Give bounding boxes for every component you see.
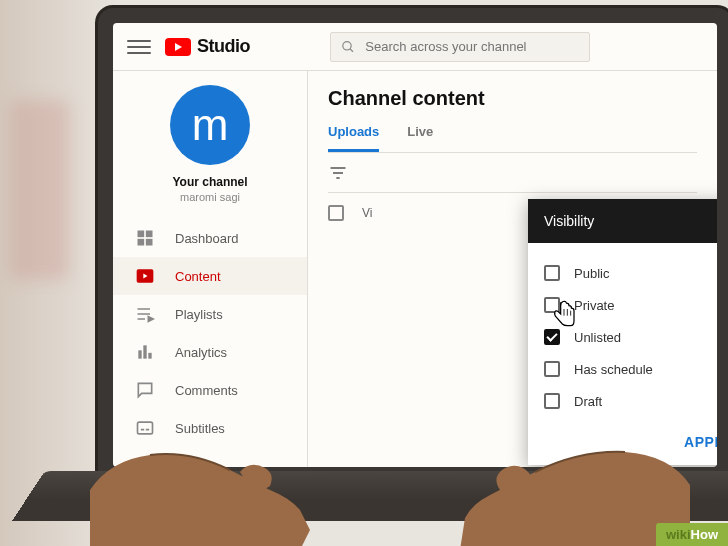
option-label: Unlisted — [574, 330, 621, 345]
cursor-pointer-icon — [550, 299, 578, 329]
checkbox-checked[interactable] — [544, 329, 560, 345]
svg-line-1 — [350, 48, 353, 51]
svg-rect-5 — [146, 239, 153, 246]
sidebar-item-label: Dashboard — [175, 231, 239, 246]
column-video: Vi — [362, 206, 372, 220]
close-icon[interactable] — [716, 212, 717, 230]
svg-marker-11 — [148, 317, 153, 322]
sidebar-item-analytics[interactable]: Analytics — [113, 333, 307, 371]
page-title: Channel content — [328, 87, 697, 110]
option-has-schedule[interactable]: Has schedule — [544, 353, 717, 385]
popover-title: Visibility — [544, 213, 594, 229]
sidebar-item-content[interactable]: Content — [113, 257, 307, 295]
sidebar-item-dashboard[interactable]: Dashboard — [113, 219, 307, 257]
your-channel-label: Your channel — [172, 175, 247, 189]
option-public[interactable]: Public — [544, 257, 717, 289]
sidebar-item-label: Playlists — [175, 307, 223, 322]
search-input[interactable] — [365, 39, 579, 54]
filter-icon[interactable] — [328, 163, 348, 183]
svg-rect-2 — [138, 231, 145, 238]
svg-rect-3 — [146, 231, 153, 238]
header: Studio — [113, 23, 717, 71]
hand-illustration — [90, 400, 330, 546]
sidebar-item-label: Comments — [175, 383, 238, 398]
option-label: Private — [574, 298, 614, 313]
hand-illustration — [430, 400, 690, 546]
svg-rect-13 — [143, 345, 146, 358]
tabs: Uploads Live — [328, 124, 697, 153]
channel-avatar[interactable]: m — [170, 85, 250, 165]
wikihow-watermark: wikiHow — [656, 523, 728, 546]
tab-uploads[interactable]: Uploads — [328, 124, 379, 152]
search-box[interactable] — [330, 32, 590, 62]
hamburger-menu-icon[interactable] — [127, 35, 151, 59]
studio-label: Studio — [197, 36, 250, 57]
youtube-play-icon — [165, 38, 191, 56]
channel-name: maromi sagi — [180, 191, 240, 203]
checkbox[interactable] — [544, 265, 560, 281]
content-icon — [135, 266, 155, 286]
svg-rect-4 — [138, 239, 145, 246]
svg-rect-12 — [138, 350, 141, 358]
option-label: Public — [574, 266, 609, 281]
svg-rect-14 — [148, 353, 151, 359]
option-label: Has schedule — [574, 362, 653, 377]
sidebar-item-label: Analytics — [175, 345, 227, 360]
select-all-checkbox[interactable] — [328, 205, 344, 221]
comments-icon — [135, 380, 155, 400]
sidebar-item-label: Content — [175, 269, 221, 284]
tab-live[interactable]: Live — [407, 124, 433, 152]
search-icon — [341, 39, 355, 55]
youtube-studio-logo[interactable]: Studio — [165, 36, 250, 57]
playlists-icon — [135, 304, 155, 324]
sidebar-item-playlists[interactable]: Playlists — [113, 295, 307, 333]
dashboard-icon — [135, 228, 155, 248]
svg-point-0 — [343, 41, 351, 49]
checkbox[interactable] — [544, 361, 560, 377]
analytics-icon — [135, 342, 155, 362]
